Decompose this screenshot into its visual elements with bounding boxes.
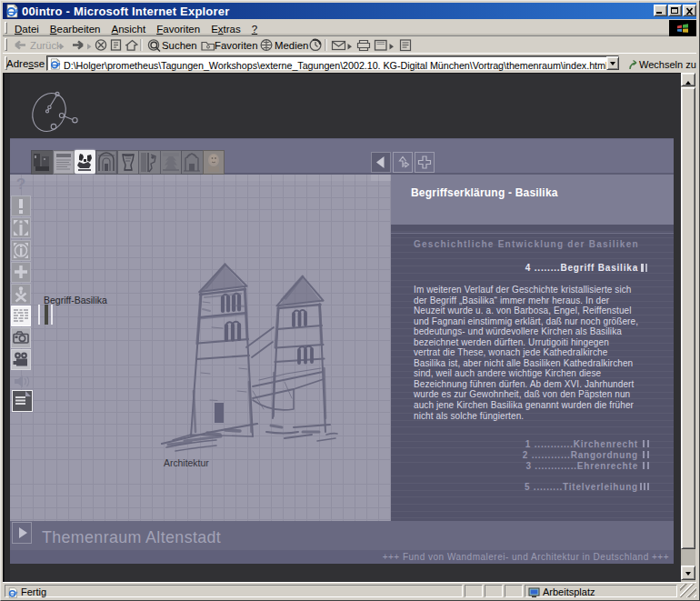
- svg-text:Suchen: Suchen: [162, 40, 197, 51]
- svg-text:Zurück: Zurück: [30, 40, 62, 51]
- svg-text:Favoriten: Favoriten: [215, 40, 257, 51]
- svg-text:Medien: Medien: [275, 40, 308, 51]
